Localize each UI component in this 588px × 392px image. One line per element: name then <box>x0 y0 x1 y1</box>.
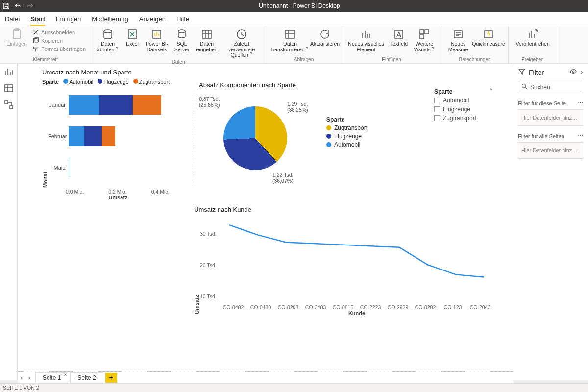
bar-cat-label: Januar <box>48 102 69 108</box>
search-icon <box>521 83 527 91</box>
page-next-icon[interactable]: › <box>25 374 33 381</box>
tab-help[interactable]: Hilfe <box>176 12 189 26</box>
new-measure-button[interactable]: Neues Measure <box>446 28 470 52</box>
ribbon: Einfügen Ausschneiden Kopieren Format üb… <box>0 26 588 64</box>
line-ylabel: Umsatz <box>194 216 200 314</box>
line-xtick: CO-0203 <box>274 304 302 310</box>
line-xtick: CO-0402 <box>220 304 247 310</box>
filters-page-label: Filter für diese Seite <box>518 100 566 106</box>
bar-segment <box>84 126 102 146</box>
tab-file[interactable]: Datei <box>5 12 20 26</box>
bar-segment <box>133 95 161 115</box>
line-xtick: CO-3403 <box>302 304 329 310</box>
svg-rect-14 <box>420 35 424 39</box>
line-xtick: CO-0815 <box>329 304 357 310</box>
enter-data-button[interactable]: Daten eingeben <box>195 28 219 52</box>
group-clipboard: Klemmbrett <box>33 56 58 62</box>
bar-cat-label: März <box>48 165 69 171</box>
window-title: Unbenannt - Power BI Desktop <box>33 2 565 9</box>
checkbox-icon[interactable] <box>434 98 440 103</box>
model-view-icon[interactable] <box>4 100 14 110</box>
page-prev-icon[interactable]: ‹ <box>18 374 25 381</box>
group-insert: Einfügen <box>382 56 401 62</box>
visual-slicer[interactable]: Sparte˅ Automobil Flugzeuge Zugtransport <box>434 88 493 122</box>
bar-segment <box>102 126 115 146</box>
pie-callout-flug: 1,22 Tsd.(36,07%) <box>272 172 294 184</box>
report-view-icon[interactable] <box>4 67 14 76</box>
tab-start[interactable]: Start <box>30 12 45 26</box>
sql-button[interactable]: SQL Server <box>172 28 191 52</box>
collapse-icon[interactable]: › <box>581 68 583 76</box>
quick-measure-button[interactable]: Quickmeasure <box>474 28 503 47</box>
slicer-item[interactable]: Automobil <box>434 97 493 104</box>
tab-model[interactable]: Modellierung <box>92 12 128 26</box>
svg-point-20 <box>573 71 575 73</box>
line-ytick: 20 Tsd. <box>200 262 217 268</box>
bar-segment <box>69 95 99 115</box>
bar-tick: 0,0 Mio. <box>66 189 84 195</box>
line-ytick: 30 Tsd. <box>200 231 217 237</box>
svg-rect-13 <box>425 30 429 34</box>
line-xtick: CO-123 <box>439 304 466 310</box>
svg-point-21 <box>522 84 526 88</box>
svg-rect-10 <box>286 30 294 38</box>
slicer-item[interactable]: Flugzeuge <box>434 106 493 113</box>
more-icon[interactable]: ⋯ <box>578 100 583 106</box>
filters-all-drop[interactable]: Hier Datenfelder hinzufüg… <box>518 142 583 159</box>
new-visual-button[interactable]: Neues visuelles Element <box>347 28 385 52</box>
pbi-datasets-button[interactable]: Power BI-Datasets <box>145 28 169 52</box>
svg-point-7 <box>178 30 185 33</box>
excel-button[interactable]: Excel <box>123 28 141 47</box>
line-ytick: 10 Tsd. <box>200 294 217 299</box>
titlebar: Unbenannt - Power BI Desktop <box>0 0 588 12</box>
checkbox-icon[interactable] <box>434 115 440 121</box>
svg-rect-12 <box>420 30 424 34</box>
group-share: Freigeben <box>522 56 544 62</box>
get-data-button[interactable]: Daten abrufen ˅ <box>96 28 120 52</box>
page-tab-2[interactable]: Seite 2 <box>70 372 103 383</box>
svg-point-4 <box>104 30 112 33</box>
transform-button[interactable]: Daten transformieren ˅ <box>271 28 309 52</box>
more-icon[interactable]: ⋯ <box>578 133 583 139</box>
refresh-button[interactable]: Aktualisieren <box>313 28 337 47</box>
visual-line[interactable]: Umsatz nach Kunde Umsatz 30 Tsd. 20 Tsd.… <box>194 206 488 314</box>
filters-pane: Filter › Suchen Filter für diese Seite⋯ … <box>513 64 588 380</box>
svg-rect-17 <box>5 85 13 92</box>
bar-segment <box>69 126 84 146</box>
undo-icon[interactable] <box>15 2 22 9</box>
publish-button[interactable]: Veröffentlichen <box>514 28 552 47</box>
bar-tick: 0,4 Mio. <box>151 189 170 195</box>
tab-insert[interactable]: Einfügen <box>56 12 81 26</box>
checkbox-icon[interactable] <box>434 106 440 112</box>
search-placeholder: Suchen <box>530 84 550 91</box>
filter-icon <box>518 68 526 77</box>
filters-search[interactable]: Suchen <box>518 81 583 93</box>
textbox-button[interactable]: Textfeld <box>389 28 409 47</box>
save-icon[interactable] <box>3 2 10 9</box>
visual-stacked-bar[interactable]: Umsatz nach Monat und Sparte Sparte Auto… <box>42 69 194 200</box>
report-canvas[interactable]: Umsatz nach Monat und Sparte Sparte Auto… <box>18 64 513 371</box>
add-page-button[interactable]: + <box>105 373 117 383</box>
line-xtick: CO-0202 <box>412 304 439 310</box>
eye-icon[interactable] <box>570 68 577 76</box>
svg-rect-8 <box>202 30 211 38</box>
more-visuals-button[interactable]: Weitere Visuals ˅ <box>413 28 436 52</box>
visual-pie[interactable]: Absatz Komponenten nach Sparte 1,29 Tsd.… <box>199 81 410 180</box>
recent-sources-button[interactable]: Zuletzt verwendete Quellen ˅ <box>222 28 261 58</box>
svg-rect-19 <box>10 106 13 109</box>
cut-button: Ausschneiden <box>32 28 86 36</box>
menu-tabs: Datei Start Einfügen Modellierung Anzeig… <box>0 12 588 26</box>
close-icon[interactable]: × <box>64 372 67 377</box>
filters-page-drop[interactable]: Hier Datenfelder hinzufüg… <box>518 109 583 126</box>
format-painter-button: Format übertragen <box>32 45 86 53</box>
redo-icon[interactable] <box>26 2 33 9</box>
chevron-down-icon[interactable]: ˅ <box>490 88 493 95</box>
tab-view[interactable]: Anzeigen <box>139 12 166 26</box>
data-view-icon[interactable] <box>4 83 14 93</box>
view-switcher <box>0 64 18 380</box>
pie-title: Absatz Komponenten nach Sparte <box>199 81 410 89</box>
copy-button: Kopieren <box>32 37 86 45</box>
page-tabs: ‹ › Seite 1× Seite 2 + <box>18 371 513 383</box>
slicer-item[interactable]: Zugtransport <box>434 115 493 122</box>
page-tab-1[interactable]: Seite 1× <box>35 372 68 383</box>
